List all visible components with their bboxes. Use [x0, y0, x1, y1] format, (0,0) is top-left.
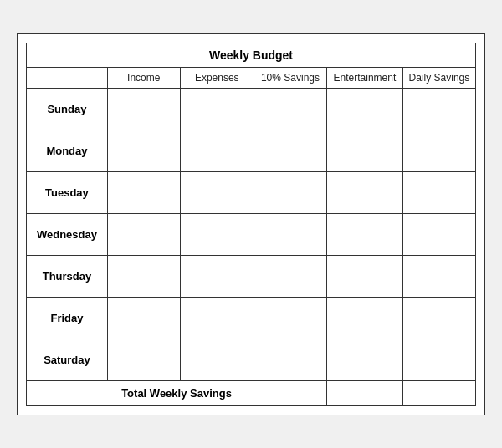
table-row: Wednesday — [27, 213, 476, 255]
data-cell[interactable] — [107, 130, 180, 171]
table-row: Tuesday — [27, 171, 476, 213]
data-cell[interactable] — [107, 88, 180, 130]
data-cell[interactable] — [107, 297, 180, 339]
col-header-expenses: Expenses — [180, 67, 254, 88]
day-label: Friday — [27, 297, 108, 339]
data-cell[interactable] — [254, 213, 326, 255]
total-daily-savings-cell[interactable] — [402, 380, 475, 405]
data-cell[interactable] — [402, 130, 475, 171]
data-cell[interactable] — [254, 88, 326, 130]
data-cell[interactable] — [327, 88, 403, 130]
data-cell[interactable] — [327, 297, 403, 339]
day-label: Sunday — [27, 88, 108, 130]
day-label: Monday — [27, 130, 108, 171]
data-cell[interactable] — [402, 213, 475, 255]
total-row: Total Weekly Savings — [27, 380, 476, 405]
col-header-daily-savings: Daily Savings — [402, 67, 475, 88]
data-cell[interactable] — [107, 255, 180, 297]
page-container: Weekly Budget Income Expenses 10% Saving… — [17, 33, 485, 415]
data-cell[interactable] — [402, 88, 475, 130]
col-header-entertainment: Entertainment — [327, 67, 403, 88]
total-label: Total Weekly Savings — [27, 380, 327, 405]
data-cell[interactable] — [254, 297, 326, 339]
data-cell[interactable] — [107, 339, 180, 380]
budget-table: Weekly Budget Income Expenses 10% Saving… — [26, 43, 476, 406]
data-cell[interactable] — [254, 171, 326, 213]
data-cell[interactable] — [180, 297, 254, 339]
day-label: Tuesday — [27, 171, 108, 213]
data-cell[interactable] — [180, 130, 254, 171]
data-cell[interactable] — [402, 339, 475, 380]
table-row: Monday — [27, 130, 476, 171]
table-row: Saturday — [27, 339, 476, 380]
header-row: Income Expenses 10% Savings Entertainmen… — [27, 67, 476, 88]
data-cell[interactable] — [327, 213, 403, 255]
data-cell[interactable] — [107, 213, 180, 255]
data-cell[interactable] — [327, 339, 403, 380]
data-cell[interactable] — [180, 339, 254, 380]
table-row: Sunday — [27, 88, 476, 130]
data-cell[interactable] — [180, 213, 254, 255]
data-cell[interactable] — [254, 339, 326, 380]
data-cell[interactable] — [180, 171, 254, 213]
day-label: Wednesday — [27, 213, 108, 255]
day-label: Saturday — [27, 339, 108, 380]
table-row: Friday — [27, 297, 476, 339]
data-cell[interactable] — [254, 255, 326, 297]
data-cell[interactable] — [402, 171, 475, 213]
table-title: Weekly Budget — [27, 43, 476, 67]
data-cell[interactable] — [107, 171, 180, 213]
data-cell[interactable] — [402, 255, 475, 297]
total-entertainment-cell[interactable] — [327, 380, 403, 405]
day-label: Thursday — [27, 255, 108, 297]
data-cell[interactable] — [402, 297, 475, 339]
title-row: Weekly Budget — [27, 43, 476, 67]
data-cell[interactable] — [180, 88, 254, 130]
data-cell[interactable] — [327, 130, 403, 171]
data-cell[interactable] — [327, 255, 403, 297]
data-cell[interactable] — [327, 171, 403, 213]
col-header-income: Income — [107, 67, 180, 88]
data-cell[interactable] — [254, 130, 326, 171]
data-cell[interactable] — [180, 255, 254, 297]
col-header-day — [27, 67, 108, 88]
col-header-savings10: 10% Savings — [254, 67, 326, 88]
table-row: Thursday — [27, 255, 476, 297]
